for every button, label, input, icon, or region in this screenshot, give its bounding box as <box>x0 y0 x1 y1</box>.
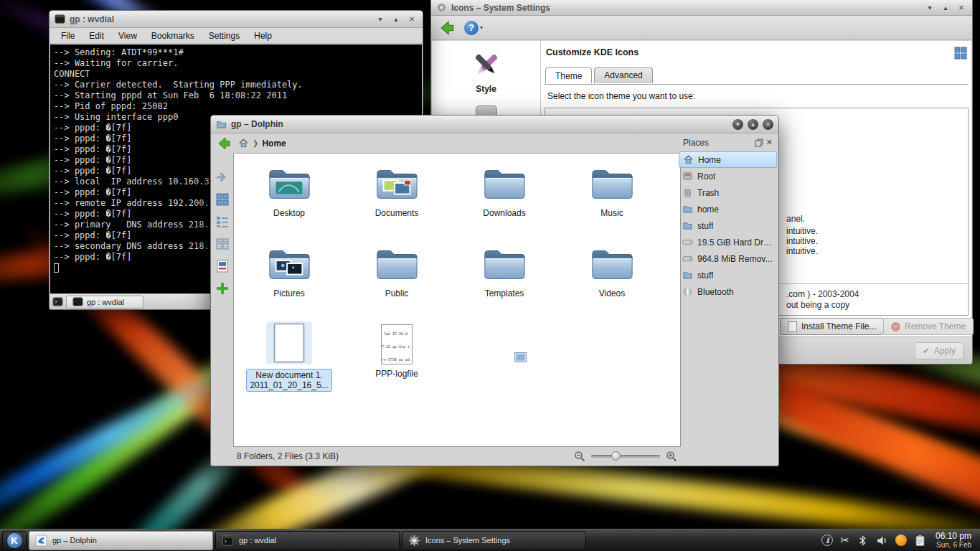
places-item-root[interactable]: Root <box>679 168 777 184</box>
new-tab-icon[interactable] <box>52 296 63 307</box>
places-item-bluetooth[interactable]: Bluetooth <box>679 283 777 300</box>
places-item-home[interactable]: home <box>679 201 777 217</box>
tab-advanced[interactable]: Advanced <box>594 67 652 83</box>
maximize-icon[interactable]: ▴ <box>940 2 951 14</box>
menu-edit[interactable]: Edit <box>89 31 104 41</box>
menu-help[interactable]: Help <box>254 31 272 41</box>
places-item-home[interactable]: Home <box>679 151 777 168</box>
taskbar-task[interactable]: Icons – System Settings <box>402 531 586 550</box>
menu-view[interactable]: View <box>118 31 137 41</box>
install-theme-button[interactable]: Install Theme File... <box>780 318 884 335</box>
back-icon[interactable] <box>438 19 456 37</box>
file-item[interactable]: Documents <box>343 161 451 241</box>
places-item-label: 19.5 GiB Hard Drive <box>697 237 773 248</box>
minimize-icon[interactable]: ▾ <box>374 14 386 25</box>
file-label: Public <box>385 288 409 298</box>
details-view-icon[interactable] <box>215 215 230 229</box>
taskbar-task[interactable]: gp – Dolphin <box>29 531 213 550</box>
terminal-tab[interactable]: gp : wvdial <box>66 296 143 309</box>
file-item[interactable]: Downloads <box>451 161 558 241</box>
style-icon[interactable] <box>471 50 502 81</box>
folder-desktop-icon <box>267 161 311 204</box>
file-item[interactable]: Public <box>343 241 451 321</box>
zoom-slider[interactable] <box>591 455 660 458</box>
volume-tray-icon[interactable] <box>876 534 888 547</box>
taskbar-task[interactable]: gp : wvdial <box>215 531 400 550</box>
folder-icon <box>682 204 693 215</box>
menu-bookmarks[interactable]: Bookmarks <box>151 31 194 41</box>
file-label: Music <box>600 208 623 218</box>
minimize-icon[interactable]: ▾ <box>924 2 936 14</box>
folder-photos-icon <box>374 161 419 204</box>
kde-logo-icon: K <box>7 533 22 548</box>
bluetooth-tray-icon[interactable] <box>857 534 869 547</box>
close-icon[interactable]: × <box>956 2 967 14</box>
menu-file[interactable]: File <box>61 31 75 41</box>
places-item-label: Trash <box>697 188 719 198</box>
preview-icon[interactable] <box>215 259 230 273</box>
add-icon[interactable] <box>215 281 230 296</box>
back-icon[interactable] <box>216 136 232 151</box>
icon-view-toggle-icon[interactable] <box>954 47 967 60</box>
file-item[interactable]: Pictures <box>235 241 343 321</box>
places-item-stuff[interactable]: stuff <box>679 217 777 234</box>
close-panel-icon[interactable]: ✕ <box>766 138 773 147</box>
file-item[interactable]: Music <box>558 161 666 241</box>
dolphin-file-view[interactable]: Desktop Documents Downloads Music Pictur… <box>233 153 681 447</box>
status-text: 8 Folders, 2 Files (3.3 KiB) <box>237 451 339 461</box>
folder-icon <box>682 270 693 281</box>
zoom-in-icon[interactable] <box>666 451 677 462</box>
remove-theme-button[interactable]: − Remove Theme <box>883 318 974 335</box>
icons-view-icon[interactable] <box>215 192 230 207</box>
update-tray-icon[interactable] <box>895 534 907 546</box>
dolphin-titlebar[interactable]: gp – Dolphin ▾ ▴ × <box>211 116 778 133</box>
maximize-icon[interactable]: ▴ <box>748 119 758 130</box>
float-panel-icon[interactable] <box>755 138 763 147</box>
help-button[interactable]: ? ▾ <box>464 21 483 35</box>
settings-icon <box>436 2 447 13</box>
clipboard-tray-icon[interactable] <box>914 534 926 547</box>
places-item-964-8-mib-remov-[interactable]: 964.8 MiB Remov... <box>679 250 777 267</box>
scissors-tray-icon[interactable]: ✂ <box>840 534 849 547</box>
info-tray-icon[interactable]: i <box>821 534 833 546</box>
file-item[interactable]: New document 1.2011_01_20_16_5... <box>235 321 343 402</box>
minimize-icon[interactable]: ▾ <box>732 119 743 130</box>
apply-button[interactable]: ✔ Apply <box>915 342 963 359</box>
terminal-cursor <box>54 263 59 273</box>
places-item-trash[interactable]: Trash <box>679 184 777 201</box>
file-item[interactable]: Videos <box>558 241 666 321</box>
zoom-slider-handle[interactable] <box>611 451 621 461</box>
columns-view-icon[interactable] <box>215 237 230 251</box>
folder-icon <box>482 161 527 204</box>
places-item-19-5-gib-hard-drive[interactable]: 19.5 GiB Hard Drive <box>679 234 777 250</box>
app-launcher-button[interactable]: K <box>2 531 27 550</box>
file-item[interactable]: Jan 17 09:4 7:18 gp-Asp ire-5738 pp pd[1… <box>343 321 451 402</box>
file-item[interactable]: Desktop <box>235 161 343 241</box>
close-icon[interactable]: × <box>406 14 418 25</box>
terminal-line: CONNECT <box>54 69 418 80</box>
home-icon[interactable] <box>238 138 249 149</box>
clock[interactable]: 06:10 pm Sun, 6 Feb <box>936 531 978 550</box>
maximize-icon[interactable]: ▴ <box>390 14 402 25</box>
bluetooth-icon <box>857 534 869 547</box>
terminal-titlebar[interactable]: gp : wvdial ▾ ▴ × <box>50 11 423 28</box>
task-list: gp – Dolphingp : wvdialIcons – System Se… <box>29 531 586 550</box>
close-icon[interactable]: × <box>763 119 773 130</box>
tab-theme[interactable]: Theme <box>545 67 592 83</box>
sidebar-item-style[interactable]: Style <box>476 84 496 94</box>
volume-icon <box>876 534 888 547</box>
breadcrumb-home[interactable]: Home <box>262 138 286 149</box>
bluetooth-icon <box>682 286 693 297</box>
menu-settings[interactable]: Settings <box>209 31 240 41</box>
gear-icon <box>408 534 420 547</box>
forward-icon[interactable] <box>215 170 230 184</box>
breadcrumb-separator: ❯ <box>253 139 258 147</box>
settings-titlebar[interactable]: Icons – System Settings ▾ ▴ × <box>431 0 972 16</box>
zoom-out-icon[interactable] <box>574 451 585 462</box>
places-title: Places <box>683 138 709 148</box>
folder-icon <box>374 241 419 284</box>
logfile-icon: Jan 17 09:4 7:18 gp-Asp ire-5738 pp pd[1… <box>381 321 413 364</box>
terminal-line: --> Waiting for carrier. <box>54 58 418 69</box>
file-item[interactable]: Templates <box>451 241 558 321</box>
places-item-stuff[interactable]: stuff <box>679 267 777 283</box>
